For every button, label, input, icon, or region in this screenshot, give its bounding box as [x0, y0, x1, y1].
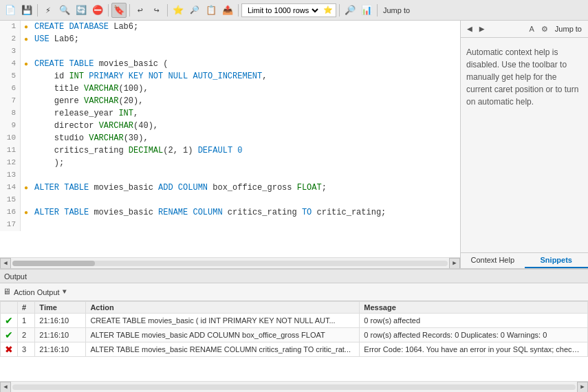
code-line-4[interactable]: 4●CREATE TABLE movies_basic (	[0, 58, 460, 70]
save-button[interactable]: 💾	[19, 3, 34, 18]
line-code-4[interactable]: CREATE TABLE movies_basic (	[32, 58, 460, 70]
nav-back-button[interactable]: ◀	[465, 23, 475, 34]
execute-selection-button[interactable]: 🔍	[57, 3, 72, 18]
line-code-5[interactable]: id INT PRIMARY KEY NOT NULL AUTO_INCREME…	[32, 70, 460, 83]
scrollbar-thumb[interactable]	[12, 261, 95, 266]
code-line-15[interactable]: 15	[0, 194, 460, 206]
stop-button[interactable]: ⛔	[90, 3, 105, 18]
line-code-15[interactable]	[32, 194, 460, 206]
line-code-7[interactable]: genre VARCHAR(20),	[32, 95, 460, 107]
undo-button[interactable]: ↩	[133, 3, 148, 18]
line-dot-17	[21, 219, 32, 231]
code-line-10[interactable]: 10 studio VARCHAR(30),	[0, 132, 460, 144]
line-number-14: 14	[0, 182, 21, 194]
line-number-17: 17	[0, 219, 21, 231]
toggle-button[interactable]: 🔖	[111, 3, 127, 18]
line-code-16[interactable]: ALTER TABLE movies_basic RENAME COLUMN c…	[32, 206, 460, 219]
code-line-1[interactable]: 1●CREATE DATABASE Lab6;	[0, 21, 460, 33]
format-button[interactable]: 📋	[204, 3, 219, 18]
line-dot-2: ●	[21, 33, 32, 45]
bottom-scroll-right[interactable]: ▶	[577, 382, 588, 393]
row-action-1: ALTER TABLE movies_basic ADD COLUMN box_…	[86, 328, 360, 342]
new-file-button[interactable]: 📄	[3, 3, 18, 18]
code-editor[interactable]: 1●CREATE DATABASE Lab6;2●USE Lab6;34●CRE…	[0, 21, 460, 257]
bookmark-button[interactable]: ⭐	[171, 3, 186, 18]
code-line-17[interactable]: 17	[0, 219, 460, 231]
row-time-0: 21:16:10	[35, 314, 86, 328]
line-code-8[interactable]: release_year INT,	[32, 107, 460, 120]
line-code-14[interactable]: ALTER TABLE movies_basic ADD COLUMN box_…	[32, 182, 460, 194]
editor-content: 1●CREATE DATABASE Lab6;2●USE Lab6;34●CRE…	[0, 21, 460, 231]
limit-star-icon: ⭐	[323, 6, 333, 14]
line-code-2[interactable]: USE Lab6;	[32, 33, 460, 45]
prev-result-button[interactable]: 🔎	[342, 3, 358, 18]
line-number-12: 12	[0, 157, 21, 169]
toolbar-separator-1	[37, 4, 38, 17]
code-line-8[interactable]: 8 release_year INT,	[0, 107, 460, 120]
line-number-4: 4	[0, 58, 21, 70]
code-line-12[interactable]: 12 );	[0, 157, 460, 169]
export-button[interactable]: 📤	[220, 3, 235, 18]
horizontal-scrollbar[interactable]: ◀ ▶	[0, 257, 460, 268]
line-number-8: 8	[0, 107, 21, 120]
line-dot-12	[21, 157, 32, 169]
line-dot-10	[21, 132, 32, 144]
line-code-1[interactable]: CREATE DATABASE Lab6;	[32, 21, 460, 33]
scroll-right-button[interactable]: ▶	[449, 258, 460, 269]
code-line-6[interactable]: 6 title VARCHAR(100),	[0, 83, 460, 95]
line-code-9[interactable]: director VARCHAR(40),	[32, 120, 460, 132]
explain-button[interactable]: 🔄	[74, 3, 89, 18]
line-code-11[interactable]: critics_rating DECIMAL(2, 1) DEFAULT 0	[32, 144, 460, 157]
line-code-6[interactable]: title VARCHAR(100),	[32, 83, 460, 95]
code-line-14[interactable]: 14●ALTER TABLE movies_basic ADD COLUMN b…	[0, 182, 460, 194]
line-number-16: 16	[0, 206, 21, 219]
code-line-13[interactable]: 13	[0, 169, 460, 182]
code-line-9[interactable]: 9 director VARCHAR(40),	[0, 120, 460, 132]
bottom-scroll-left[interactable]: ◀	[0, 382, 11, 393]
nav-b-button[interactable]: ⚙	[539, 25, 550, 34]
table-row[interactable]: ✔221:16:10ALTER TABLE movies_basic ADD C…	[1, 328, 588, 342]
line-code-13[interactable]	[32, 169, 460, 182]
line-code-10[interactable]: studio VARCHAR(30),	[32, 132, 460, 144]
next-result-button[interactable]: 📊	[359, 3, 374, 18]
nav-a-button[interactable]: A	[527, 25, 536, 33]
tab-context-help[interactable]: Context Help	[461, 253, 525, 268]
main-area: 1●CREATE DATABASE Lab6;2●USE Lab6;34●CRE…	[0, 21, 588, 268]
find-button[interactable]: 🔎	[187, 3, 202, 18]
context-help-text: Automatic context help is disabled. Use …	[461, 38, 588, 252]
code-line-16[interactable]: 16●ALTER TABLE movies_basic RENAME COLUM…	[0, 206, 460, 219]
jump-label-right: Jump to	[553, 25, 584, 33]
line-code-3[interactable]	[32, 45, 460, 58]
line-dot-9	[21, 120, 32, 132]
output-dropdown-icon[interactable]: ▼	[63, 288, 67, 296]
jump-to-label: Jump to	[383, 6, 410, 14]
tab-snippets[interactable]: Snippets	[525, 253, 589, 268]
line-code-12[interactable]: );	[32, 157, 460, 169]
bottom-scrollbar[interactable]: ◀ ▶	[0, 381, 588, 392]
code-line-7[interactable]: 7 genre VARCHAR(20),	[0, 95, 460, 107]
code-line-3[interactable]: 3	[0, 45, 460, 58]
limit-select[interactable]: Limit to 1000 rows	[245, 6, 320, 15]
scroll-left-button[interactable]: ◀	[0, 258, 11, 269]
editor-panel: 1●CREATE DATABASE Lab6;2●USE Lab6;34●CRE…	[0, 21, 461, 268]
line-code-17[interactable]	[32, 219, 460, 231]
col-action: Action	[86, 302, 360, 314]
line-dot-1: ●	[21, 21, 32, 33]
bottom-scroll-track[interactable]	[12, 384, 576, 390]
code-line-2[interactable]: 2●USE Lab6;	[0, 33, 460, 45]
action-output-label[interactable]: Action Output	[14, 288, 60, 296]
ok-icon: ✔	[5, 329, 13, 340]
nav-forward-button[interactable]: ▶	[477, 23, 487, 34]
limit-dropdown[interactable]: Limit to 1000 rows ⭐	[241, 3, 336, 17]
table-row[interactable]: ✔121:16:10CREATE TABLE movies_basic ( id…	[1, 314, 588, 328]
line-dot-14: ●	[21, 182, 32, 194]
output-table-body: ✔121:16:10CREATE TABLE movies_basic ( id…	[1, 314, 588, 357]
redo-button[interactable]: ↪	[149, 3, 164, 18]
error-icon: ✖	[5, 344, 13, 355]
execute-button[interactable]: ⚡	[41, 3, 56, 18]
table-row[interactable]: ✖321:16:10ALTER TABLE movies_basic RENAM…	[1, 342, 588, 357]
scrollbar-track[interactable]	[12, 261, 448, 266]
code-line-11[interactable]: 11 critics_rating DECIMAL(2, 1) DEFAULT …	[0, 144, 460, 157]
code-line-5[interactable]: 5 id INT PRIMARY KEY NOT NULL AUTO_INCRE…	[0, 70, 460, 83]
line-number-3: 3	[0, 45, 21, 58]
